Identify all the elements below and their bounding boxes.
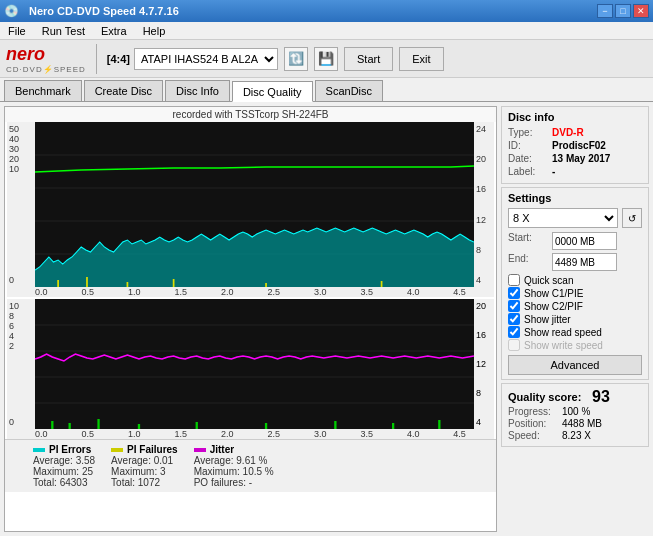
pi-errors-avg-label: Average: (33, 455, 73, 466)
lower-chart-svg (35, 299, 474, 429)
pi-failures-max-label: Maximum: (111, 466, 157, 477)
show-c1-label: Show C1/PIE (524, 288, 583, 299)
app-icon: 💿 (4, 4, 19, 18)
position-label: Position: (508, 418, 558, 429)
menu-help[interactable]: Help (139, 24, 170, 38)
toolbar: nero CD·DVD⚡SPEED [4:4] ATAPI IHAS524 B … (0, 40, 653, 78)
start-button[interactable]: Start (344, 47, 393, 71)
start-mb-label: Start: (508, 232, 548, 250)
pi-failures-avg-label: Average: (111, 455, 151, 466)
show-c2-checkbox[interactable] (508, 300, 520, 312)
label-label: Label: (508, 166, 548, 177)
type-value: DVD-R (552, 127, 584, 138)
show-write-speed-checkbox[interactable] (508, 339, 520, 351)
show-c2-row: Show C2/PIF (508, 300, 642, 312)
show-jitter-checkbox[interactable] (508, 313, 520, 325)
exit-button[interactable]: Exit (399, 47, 443, 71)
label-value: - (552, 166, 555, 177)
date-value: 13 May 2017 (552, 153, 610, 164)
pi-failures-avg-value: 0.01 (154, 455, 173, 466)
lower-y-axis-left: 1086420 (7, 299, 35, 429)
nero-sub-text: CD·DVD⚡SPEED (6, 65, 86, 74)
upper-y-axis-left: 50403020100 (7, 122, 35, 287)
pi-failures-total-label: Total: (111, 477, 135, 488)
pi-failures-label: PI Failures (127, 444, 178, 455)
show-read-speed-checkbox[interactable] (508, 326, 520, 338)
drive-dropdown[interactable]: ATAPI IHAS524 B AL2A (134, 48, 278, 70)
chart-area: recorded with TSSTcorp SH-224FB 50403020… (4, 106, 497, 532)
show-jitter-label: Show jitter (524, 314, 571, 325)
quick-scan-row: Quick scan (508, 274, 642, 286)
show-c1-row: Show C1/PIE (508, 287, 642, 299)
maximize-button[interactable]: □ (615, 4, 631, 18)
advanced-button[interactable]: Advanced (508, 355, 642, 375)
upper-x-labels: 0.00.51.01.52.02.53.03.54.04.5 (7, 287, 494, 297)
pi-errors-label: PI Errors (49, 444, 91, 455)
svg-rect-12 (35, 299, 474, 429)
tab-disc-quality[interactable]: Disc Quality (232, 81, 313, 102)
save-button[interactable]: 💾 (314, 47, 338, 71)
settings-refresh-btn[interactable]: ↺ (622, 208, 642, 228)
show-jitter-row: Show jitter (508, 313, 642, 325)
jitter-label: Jitter (210, 444, 234, 455)
pi-errors-total-label: Total: (33, 477, 57, 488)
nero-logo-text: nero (6, 44, 86, 65)
drive-label: [4:4] (107, 53, 130, 65)
app-title: Nero CD-DVD Speed 4.7.7.16 (29, 5, 179, 17)
id-value: ProdiscF02 (552, 140, 606, 151)
jitter-po-label: PO failures: (194, 477, 246, 488)
pi-failures-color (111, 448, 123, 452)
end-mb-label: End: (508, 253, 548, 271)
quality-section: Quality score: 93 Progress: 100 % Positi… (501, 383, 649, 447)
show-write-speed-label: Show write speed (524, 340, 603, 351)
show-c2-label: Show C2/PIF (524, 301, 583, 312)
position-value: 4488 MB (562, 418, 602, 429)
upper-chart-svg (35, 122, 474, 287)
quality-score-label: Quality score: (508, 391, 588, 403)
jitter-avg-label: Average: (194, 455, 234, 466)
pi-failures-max-value: 3 (160, 466, 166, 477)
show-read-speed-row: Show read speed (508, 326, 642, 338)
quick-scan-label: Quick scan (524, 275, 573, 286)
legend-area: PI Errors Average: 3.58 Maximum: 25 Tota… (5, 439, 496, 492)
tab-bar: Benchmark Create Disc Disc Info Disc Qua… (0, 78, 653, 102)
progress-label: Progress: (508, 406, 558, 417)
minimize-button[interactable]: − (597, 4, 613, 18)
legend-pi-failures: PI Failures Average: 0.01 Maximum: 3 Tot… (111, 444, 178, 488)
quality-score-value: 93 (592, 388, 610, 406)
show-c1-checkbox[interactable] (508, 287, 520, 299)
refresh-button[interactable]: 🔃 (284, 47, 308, 71)
jitter-max-label: Maximum: (194, 466, 240, 477)
tab-create-disc[interactable]: Create Disc (84, 80, 163, 101)
tab-scan-disc[interactable]: ScanDisc (315, 80, 383, 101)
tab-disc-info[interactable]: Disc Info (165, 80, 230, 101)
chart-title: recorded with TSSTcorp SH-224FB (5, 107, 496, 122)
disc-info-title: Disc info (508, 111, 642, 123)
speed-label: Speed: (508, 430, 558, 441)
menu-run-test[interactable]: Run Test (38, 24, 89, 38)
speed-select[interactable]: 8 X (508, 208, 618, 228)
close-button[interactable]: ✕ (633, 4, 649, 18)
settings-section: Settings 8 X ↺ Start: End: Quick scan (501, 187, 649, 380)
quick-scan-checkbox[interactable] (508, 274, 520, 286)
main-content: recorded with TSSTcorp SH-224FB 50403020… (0, 102, 653, 536)
pi-failures-total-value: 1072 (138, 477, 160, 488)
tab-benchmark[interactable]: Benchmark (4, 80, 82, 101)
menu-file[interactable]: File (4, 24, 30, 38)
pi-errors-color (33, 448, 45, 452)
upper-y-axis-right: 2420161284 (474, 122, 494, 287)
end-mb-input[interactable] (552, 253, 617, 271)
drive-selector: [4:4] ATAPI IHAS524 B AL2A (107, 48, 278, 70)
logo: nero CD·DVD⚡SPEED (6, 44, 86, 74)
pi-errors-max-label: Maximum: (33, 466, 79, 477)
jitter-avg-value: 9.61 % (236, 455, 267, 466)
menubar: File Run Test Extra Help (0, 22, 653, 40)
right-panel: Disc info Type: DVD-R ID: ProdiscF02 Dat… (501, 106, 649, 532)
menu-extra[interactable]: Extra (97, 24, 131, 38)
legend-jitter: Jitter Average: 9.61 % Maximum: 10.5 % P… (194, 444, 274, 488)
start-mb-input[interactable] (552, 232, 617, 250)
titlebar: 💿 Nero CD-DVD Speed 4.7.7.16 − □ ✕ (0, 0, 653, 22)
settings-title: Settings (508, 192, 642, 204)
lower-y-axis-right: 20161284 (474, 299, 494, 429)
pi-errors-max-value: 25 (82, 466, 93, 477)
